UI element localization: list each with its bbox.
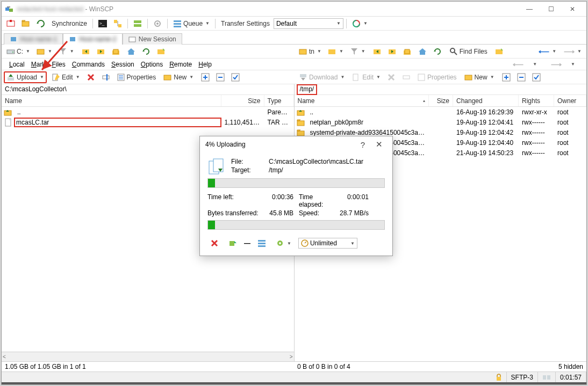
new-button-right[interactable]: New▼ bbox=[462, 71, 497, 83]
nav-fwd2[interactable]: ⟶▼ bbox=[544, 57, 582, 71]
rename-icon[interactable] bbox=[99, 71, 113, 83]
col-rights-r[interactable]: Rights bbox=[519, 95, 554, 106]
left-filter-icon[interactable]: ▼ bbox=[56, 46, 77, 57]
svg-rect-4 bbox=[22, 21, 29, 26]
nav-fwd-arrow[interactable]: ⟶▼ bbox=[561, 46, 584, 57]
properties-button[interactable]: Properties bbox=[114, 71, 159, 83]
close-button[interactable]: ✕ bbox=[562, 2, 583, 16]
svg-rect-46 bbox=[403, 76, 410, 79]
left-home-icon[interactable] bbox=[124, 46, 138, 57]
speed-limit-select[interactable]: Unlimited ▼ bbox=[298, 238, 357, 249]
plus-icon[interactable] bbox=[198, 71, 212, 83]
menu-session[interactable]: Session bbox=[108, 60, 138, 69]
new-button-left[interactable]: New▼ bbox=[161, 71, 196, 83]
right-bookmark-icon[interactable] bbox=[492, 46, 506, 57]
left-open-icon[interactable]: ▼ bbox=[34, 46, 55, 57]
list-item[interactable]: mcasLC.tar1,110,451 KBTAR File bbox=[2, 117, 294, 127]
upload-button[interactable]: Upload▼ bbox=[4, 71, 47, 83]
download-button[interactable]: Download▼ bbox=[296, 71, 347, 83]
col-type-l[interactable]: Type bbox=[264, 95, 294, 106]
transfer-settings-select[interactable]: Default▼ bbox=[274, 18, 343, 29]
svg-rect-15 bbox=[174, 26, 181, 27]
check-icon[interactable] bbox=[228, 71, 242, 83]
help-button[interactable]: ? bbox=[355, 140, 371, 149]
synchronize-button[interactable]: Synchronize bbox=[49, 18, 90, 29]
minus-icon[interactable] bbox=[213, 71, 227, 83]
svg-rect-37 bbox=[103, 76, 109, 79]
disconnect-icon[interactable]: ▼ bbox=[349, 18, 370, 30]
explorer-icon[interactable] bbox=[131, 18, 145, 30]
svg-rect-47 bbox=[418, 74, 425, 81]
sync2-icon[interactable] bbox=[34, 18, 48, 30]
minimize-button[interactable]: — bbox=[519, 2, 540, 16]
maximize-button[interactable]: ☐ bbox=[540, 2, 562, 16]
session-tab-1[interactable]: Host-name-1 bbox=[4, 33, 63, 45]
list-item[interactable]: netplan_pbk0pm8r19-Aug-19 12:04:41rwx---… bbox=[295, 117, 587, 127]
left-back-icon[interactable] bbox=[79, 46, 93, 57]
menu-mark[interactable]: Mark bbox=[28, 60, 49, 69]
sync-folder-icon[interactable] bbox=[19, 18, 33, 30]
upload-dialog: 4% Uploading ? ✕ File:C:\mcasLogCollecto… bbox=[199, 136, 393, 256]
menu-help[interactable]: Help bbox=[195, 60, 215, 69]
svg-rect-9 bbox=[134, 20, 141, 23]
svg-rect-19 bbox=[7, 50, 15, 54]
left-drive-select[interactable]: C:▼ bbox=[4, 46, 33, 57]
svg-rect-45 bbox=[353, 74, 358, 81]
svg-rect-35 bbox=[8, 77, 14, 81]
nav-back-arrow[interactable]: ⟵▼ bbox=[536, 46, 559, 57]
right-header: Name▴ Size Changed Rights Owner bbox=[295, 95, 587, 107]
left-refresh-icon[interactable] bbox=[139, 46, 153, 57]
svg-rect-0 bbox=[5, 8, 9, 11]
mirror-icon[interactable] bbox=[111, 18, 125, 30]
list-item[interactable]: ..16-Aug-19 16:29:39rwxr-xr-xroot bbox=[295, 107, 587, 117]
menu-commands[interactable]: Commands bbox=[69, 60, 108, 69]
dialog-close-button[interactable]: ✕ bbox=[371, 140, 387, 149]
svg-rect-16 bbox=[11, 37, 16, 41]
queue-button[interactable]: Queue▼ bbox=[170, 18, 212, 30]
col-name-r[interactable]: Name▴ bbox=[295, 95, 429, 106]
menu-local[interactable]: Local bbox=[6, 60, 28, 69]
menu-options[interactable]: Options bbox=[138, 60, 166, 69]
new-session-tab[interactable]: New Session bbox=[123, 33, 182, 45]
svg-rect-67 bbox=[258, 245, 266, 247]
left-scrollbar[interactable]: <> bbox=[2, 352, 294, 361]
left-up-icon[interactable] bbox=[109, 46, 123, 57]
queue-list-button[interactable] bbox=[255, 237, 269, 249]
elapsed: 0:01:57 bbox=[556, 372, 586, 382]
left-fwd-icon[interactable] bbox=[94, 46, 108, 57]
col-size-l[interactable]: Size bbox=[221, 95, 264, 106]
find-files-button[interactable]: Find Files bbox=[447, 46, 490, 57]
transfer-settings-button[interactable]: ▼ bbox=[273, 237, 294, 249]
right-drive-select[interactable]: tn▼ bbox=[296, 46, 324, 57]
col-name-l[interactable]: Name bbox=[2, 95, 221, 106]
col-owner-r[interactable]: Owner bbox=[554, 95, 586, 106]
titlebar: redacted-host-redacted - WinSCP — ☐ ✕ bbox=[2, 2, 586, 17]
terminal-icon[interactable]: >_ bbox=[96, 18, 110, 30]
transfer-icon bbox=[207, 158, 227, 177]
session-tab-active[interactable]: Host-name-2 bbox=[63, 33, 122, 45]
svg-rect-13 bbox=[174, 20, 181, 22]
ops-row: Upload▼ Edit▼ Properties New▼ Download▼ … bbox=[2, 70, 586, 84]
app-icon bbox=[5, 5, 13, 13]
list-item[interactable]: ..Parent d bbox=[2, 107, 294, 117]
menu-files[interactable]: Files bbox=[48, 60, 68, 69]
edit-button[interactable]: Edit▼ bbox=[49, 71, 83, 83]
progress-bar-total bbox=[207, 220, 385, 230]
svg-rect-48 bbox=[465, 75, 472, 80]
left-bookmark-icon[interactable] bbox=[154, 46, 168, 57]
delete-icon[interactable] bbox=[84, 71, 98, 83]
background-button[interactable] bbox=[226, 237, 240, 249]
svg-point-20 bbox=[12, 52, 13, 53]
status-hidden: 5 hidden bbox=[558, 363, 583, 370]
new-session-icon[interactable] bbox=[4, 18, 18, 30]
cancel-transfer-button[interactable] bbox=[207, 237, 221, 249]
status-right: 0 B of 0 B in 0 of 4 bbox=[297, 363, 350, 370]
col-size-r[interactable]: Size bbox=[429, 95, 453, 106]
svg-rect-55 bbox=[297, 121, 304, 126]
svg-rect-1 bbox=[9, 9, 13, 12]
gear-icon[interactable] bbox=[150, 18, 164, 30]
menu-remote[interactable]: Remote bbox=[166, 60, 195, 69]
col-changed-r[interactable]: Changed bbox=[453, 95, 519, 106]
right-path: /tmp/ bbox=[297, 84, 318, 95]
nav-back2[interactable]: ⟵▼ bbox=[506, 57, 544, 71]
